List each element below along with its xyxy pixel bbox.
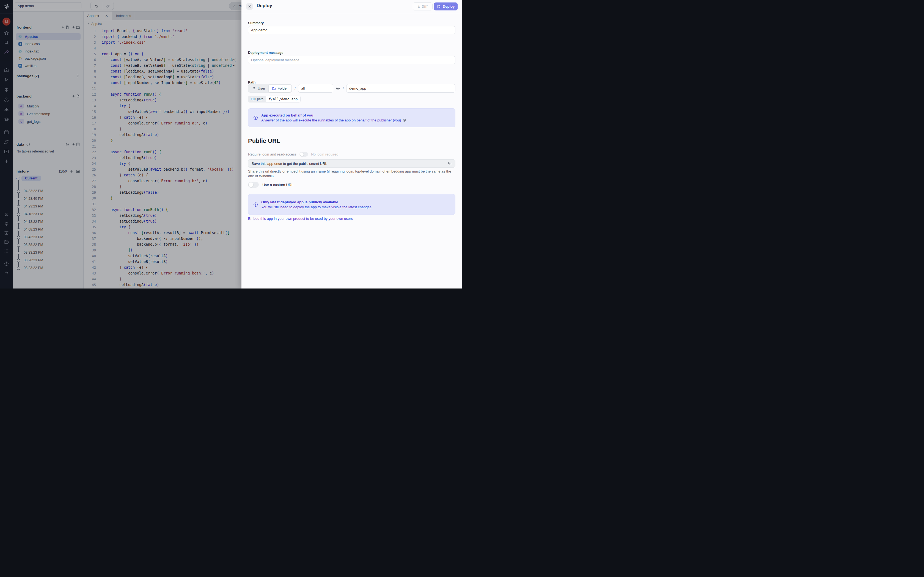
drawer-backdrop[interactable] xyxy=(0,0,242,288)
secret-url-placeholder: Save this app once to get the public sec… xyxy=(252,161,327,166)
deploy-button[interactable]: Deploy xyxy=(434,2,457,10)
latest-banner-title: Only latest deployed app is publicly ava… xyxy=(261,200,372,204)
no-login-label: No login required xyxy=(311,152,338,156)
behalf-banner-title: App executed on behalf of you xyxy=(261,113,406,117)
behalf-banner: App executed on behalf of you A viewer o… xyxy=(248,108,456,127)
custom-url-label: Use a custom URL xyxy=(262,183,293,187)
full-path-label: Full path xyxy=(248,96,266,102)
path-label: Path xyxy=(248,81,255,84)
latest-banner-body: You will still need to deploy the app to… xyxy=(261,205,372,209)
info-icon[interactable] xyxy=(402,118,406,122)
deployment-message-input[interactable] xyxy=(248,56,456,64)
path-separator: / xyxy=(342,86,344,91)
drawer-header: Deploy ± Diff Deploy xyxy=(241,0,462,13)
full-path-chip: Full path f/all/demo_app xyxy=(248,96,300,103)
deploy-drawer: Deploy ± Diff Deploy Summary Deployment … xyxy=(241,0,462,288)
path-row: User Folder / / xyxy=(248,84,456,93)
folder-icon xyxy=(272,87,276,90)
summary-label: Summary xyxy=(248,21,264,25)
require-login-toggle[interactable] xyxy=(299,152,308,156)
secret-url-field[interactable]: Save this app once to get the public sec… xyxy=(248,160,456,168)
share-note: Share this url directly or embed it usin… xyxy=(248,169,456,178)
save-icon xyxy=(437,5,441,8)
windmill-app-editor: Path f/all/dem frontend App.tsx 3 index.… xyxy=(0,0,462,288)
diff-icon: ± xyxy=(418,5,420,8)
custom-url-toggle[interactable] xyxy=(248,182,259,188)
path-separator: / xyxy=(294,86,296,91)
require-login-row: Require login and read-access No login r… xyxy=(248,152,338,156)
path-name-input[interactable] xyxy=(346,84,456,93)
deployment-message-label: Deployment message xyxy=(248,51,284,55)
full-path-value: f/all/demo_app xyxy=(266,96,300,102)
public-url-heading: Public URL xyxy=(248,137,280,145)
summary-input[interactable] xyxy=(248,26,456,34)
eye-icon[interactable] xyxy=(336,86,340,91)
drawer-title: Deploy xyxy=(257,3,272,8)
path-owner-input[interactable] xyxy=(298,84,333,93)
latest-banner: Only latest deployed app is publicly ava… xyxy=(248,194,456,215)
segment-user[interactable]: User xyxy=(249,85,268,92)
behalf-banner-body: A viewer of the app will execute the run… xyxy=(261,118,406,122)
require-login-label: Require login and read-access xyxy=(248,152,296,156)
info-icon xyxy=(253,115,258,120)
custom-url-row: Use a custom URL xyxy=(248,182,293,188)
info-icon xyxy=(253,202,258,207)
embed-link[interactable]: Embed this app in your own product to be… xyxy=(248,216,353,221)
user-icon xyxy=(252,87,256,90)
close-icon[interactable] xyxy=(246,3,253,10)
segment-folder[interactable]: Folder xyxy=(268,84,291,92)
copy-icon[interactable] xyxy=(448,161,452,166)
diff-button[interactable]: ± Diff xyxy=(413,2,433,10)
owner-kind-segmented-control: User Folder xyxy=(248,84,292,93)
